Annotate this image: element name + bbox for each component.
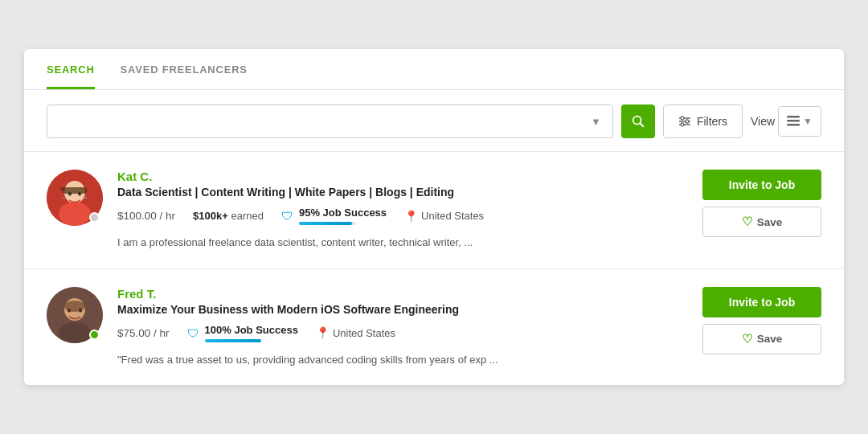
shield-icon-kat: 🛡 bbox=[281, 209, 293, 223]
avatar-wrap-fred bbox=[47, 287, 103, 343]
location-fred: 📍 United States bbox=[316, 326, 395, 339]
job-success-col-kat: 95% Job Success bbox=[299, 207, 387, 225]
list-view-icon bbox=[787, 116, 800, 127]
main-container: SEARCH SAVED FREELANCERS ▼ Filters bbox=[24, 49, 844, 385]
save-button-fred[interactable]: ♡ Save bbox=[702, 324, 821, 354]
search-input[interactable] bbox=[55, 115, 588, 128]
tab-search[interactable]: SEARCH bbox=[47, 49, 95, 89]
rate-kat: $100.00 / hr bbox=[117, 210, 175, 222]
heart-icon-fred: ♡ bbox=[742, 332, 752, 346]
search-icon bbox=[631, 114, 645, 129]
freelancer-title-fred: Maximize Your Business with Modern iOS S… bbox=[117, 303, 688, 316]
earned-kat: $100k+ earned bbox=[193, 210, 264, 222]
progress-bar-fred bbox=[205, 339, 261, 342]
tab-saved-freelancers[interactable]: SAVED FREELANCERS bbox=[121, 49, 248, 89]
job-success-col-fred: 100% Job Success bbox=[205, 324, 298, 342]
progress-bar-wrap-kat bbox=[299, 222, 355, 225]
filters-button[interactable]: Filters bbox=[663, 104, 743, 138]
view-label: View bbox=[751, 115, 775, 128]
progress-bar-wrap-fred bbox=[205, 339, 261, 342]
avatar-wrap-kat bbox=[47, 170, 103, 226]
filter-icon bbox=[678, 116, 691, 127]
stats-row-fred: $75.00 / hr 🛡 100% Job Success 📍 United … bbox=[117, 324, 688, 342]
svg-point-25 bbox=[64, 301, 85, 312]
svg-rect-9 bbox=[787, 120, 800, 122]
description-fred: "Fred was a true asset to us, providing … bbox=[117, 352, 688, 368]
view-dropdown-arrow: ▼ bbox=[803, 116, 813, 127]
svg-point-17 bbox=[78, 192, 81, 196]
save-button-kat[interactable]: ♡ Save bbox=[702, 207, 821, 237]
svg-rect-15 bbox=[59, 187, 65, 190]
description-kat: I am a professional freelance data scien… bbox=[117, 235, 688, 251]
svg-point-5 bbox=[681, 117, 684, 120]
freelancer-card-fred: Fred T. Maximize Your Business with Mode… bbox=[24, 269, 844, 386]
svg-rect-14 bbox=[63, 187, 87, 194]
heart-icon-kat: ♡ bbox=[742, 215, 752, 229]
search-input-wrap[interactable]: ▼ bbox=[47, 104, 613, 138]
card-actions-fred: Invite to Job ♡ Save bbox=[702, 287, 821, 354]
svg-rect-19 bbox=[84, 197, 88, 199]
status-dot-kat bbox=[89, 212, 100, 223]
freelancer-card-kat: Kat C. Data Scientist | Content Writing … bbox=[24, 152, 844, 269]
job-success-label-fred: 100% Job Success bbox=[205, 324, 298, 336]
freelancer-name-kat[interactable]: Kat C. bbox=[117, 170, 688, 183]
job-success-kat: 🛡 95% Job Success bbox=[281, 207, 387, 225]
svg-line-1 bbox=[640, 123, 643, 126]
svg-point-16 bbox=[68, 192, 72, 196]
search-button[interactable] bbox=[621, 104, 655, 138]
svg-point-7 bbox=[681, 123, 684, 126]
save-label-fred: Save bbox=[757, 333, 783, 345]
filters-label: Filters bbox=[697, 115, 727, 128]
rate-fred: $75.00 / hr bbox=[117, 327, 170, 339]
view-toggle-button[interactable]: ▼ bbox=[778, 106, 821, 137]
freelancer-name-fred[interactable]: Fred T. bbox=[117, 287, 688, 301]
job-success-fred: 🛡 100% Job Success bbox=[187, 324, 298, 342]
location-icon-fred: 📍 bbox=[316, 326, 330, 339]
card-body-kat: Kat C. Data Scientist | Content Writing … bbox=[117, 170, 688, 251]
shield-icon-fred: 🛡 bbox=[187, 326, 199, 340]
location-label-fred: United States bbox=[333, 327, 395, 339]
stats-row-kat: $100.00 / hr $100k+ earned 🛡 95% Job Suc… bbox=[117, 207, 688, 225]
svg-rect-8 bbox=[787, 116, 800, 118]
location-kat: 📍 United States bbox=[404, 210, 484, 223]
tabs-bar: SEARCH SAVED FREELANCERS bbox=[24, 49, 844, 90]
invite-button-fred[interactable]: Invite to Job bbox=[702, 287, 821, 317]
search-bar-row: ▼ Filters View bbox=[24, 90, 844, 152]
svg-rect-18 bbox=[62, 197, 66, 199]
card-body-fred: Fred T. Maximize Your Business with Mode… bbox=[117, 287, 688, 368]
svg-point-6 bbox=[686, 120, 689, 123]
card-actions-kat: Invite to Job ♡ Save bbox=[702, 170, 821, 237]
svg-point-13 bbox=[59, 202, 91, 226]
invite-button-kat[interactable]: Invite to Job bbox=[702, 170, 821, 200]
progress-bar-kat bbox=[299, 222, 353, 225]
view-wrap: View ▼ bbox=[751, 106, 821, 137]
status-dot-fred bbox=[89, 330, 100, 340]
freelancer-title-kat: Data Scientist | Content Writing | White… bbox=[117, 186, 688, 199]
location-icon-kat: 📍 bbox=[404, 210, 418, 223]
location-label-kat: United States bbox=[421, 210, 484, 222]
search-dropdown-arrow[interactable]: ▼ bbox=[588, 116, 604, 128]
job-success-label-kat: 95% Job Success bbox=[299, 207, 387, 219]
save-label-kat: Save bbox=[757, 216, 783, 228]
svg-rect-10 bbox=[787, 124, 800, 126]
